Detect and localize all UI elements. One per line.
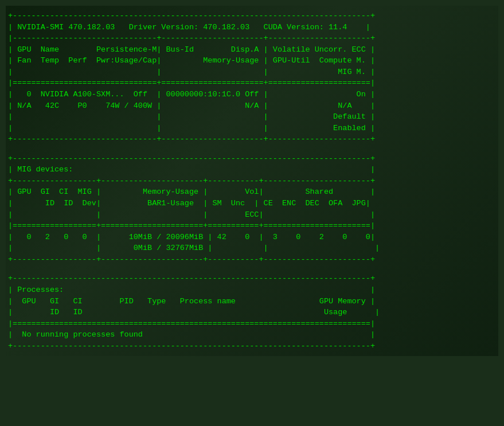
- mig-header-row-3: | | | ECC| |: [8, 209, 496, 221]
- mig-header-separator: |==================+====================…: [8, 220, 496, 232]
- gpu-row-1: | 0 NVIDIA A100-SXM... Off | 00000000:10…: [8, 89, 496, 100]
- gpu-row-2: | N/A 42C P0 74W / 400W | N/A | N/A |: [8, 100, 496, 112]
- header-divider-1: |-------------------------------+-------…: [8, 33, 496, 44]
- border-top: +---------------------------------------…: [8, 10, 496, 22]
- mig-data-row-1: | 0 2 0 0 | 10MiB / 20096MiB | 42 0 | 3 …: [8, 232, 496, 243]
- nvidia-smi-version: | NVIDIA-SMI 470.182.03 Driver Version: …: [8, 22, 496, 33]
- header-separator: |===============================+=======…: [8, 77, 496, 89]
- processes-separator: |=======================================…: [8, 318, 496, 330]
- mig-section-title: | MIG devices: |: [8, 164, 496, 175]
- gpu-row-3: | | | Default |: [8, 111, 496, 123]
- mig-header-row-1: | GPU GI CI MIG | Memory-Usage | Vol| Sh…: [8, 186, 496, 198]
- mig-header-row-2: | ID ID Dev| BAR1-Usage | SM Unc | CE EN…: [8, 198, 496, 209]
- processes-section-bottom: +---------------------------------------…: [8, 341, 496, 352]
- processes-header-row-1: | GPU GI CI PID Type Process name GPU Me…: [8, 296, 496, 307]
- processes-no-running: | No running processes found |: [8, 329, 496, 341]
- gpu-row-4: | | | Enabled |: [8, 123, 496, 134]
- mig-data-row-2: | | 0MiB / 32767MiB | | |: [8, 243, 496, 254]
- mig-header-divider: +------------------+--------------------…: [8, 175, 496, 187]
- mig-section-top: +---------------------------------------…: [8, 153, 496, 165]
- header-row-3: | | | MIG M. |: [8, 67, 496, 78]
- header-row-2: | Fan Temp Perf Pwr:Usage/Cap| Memory-Us…: [8, 55, 496, 67]
- processes-title: | Processes: |: [8, 284, 496, 296]
- header-row-1: | GPU Name Persistence-M| Bus-Id Disp.A …: [8, 44, 496, 56]
- processes-header-row-2: | ID ID Usage |: [8, 307, 496, 318]
- processes-section-top: +---------------------------------------…: [8, 273, 496, 284]
- terminal-output: +---------------------------------------…: [6, 6, 498, 356]
- border-bottom-1: +-------------------------------+-------…: [8, 134, 496, 145]
- mig-section-bottom: +------------------+--------------------…: [8, 254, 496, 265]
